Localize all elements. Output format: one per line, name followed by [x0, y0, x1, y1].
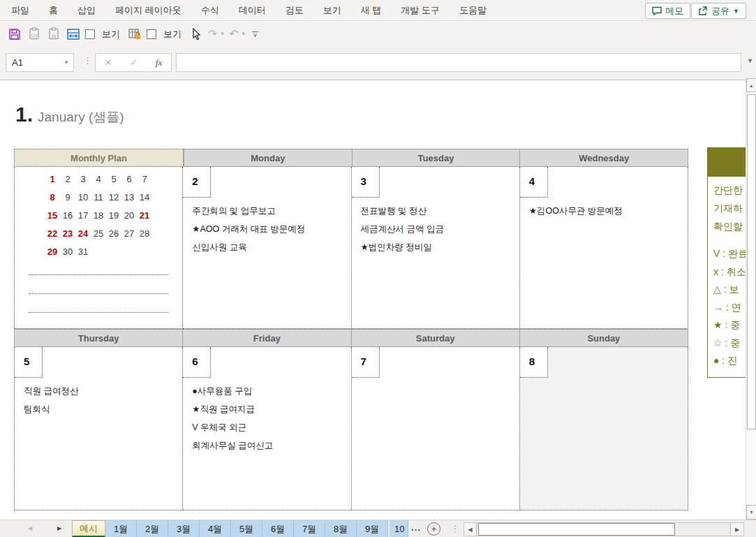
menu-item[interactable]: 도움말: [450, 0, 496, 20]
menu-item[interactable]: 보기: [313, 0, 351, 20]
menu-bar: 파일홈삽입페이지 레이아웃수식데이터검토보기새 탭개발 도구도움말 메모 공유 …: [0, 0, 756, 21]
day-cell-saturday[interactable]: 7: [352, 347, 520, 510]
sheet-nav-next-icon[interactable]: ▸: [57, 523, 61, 533]
weekday-header: Saturday: [351, 329, 520, 347]
freeze-panes-button[interactable]: [66, 27, 81, 42]
day-cell-monday[interactable]: 2 주간회의 및 업무보고★AOO 거래처 대표 방문예정신입사원 교육: [183, 167, 351, 329]
calendar-body-row-2: 5 직원 급여정산팀회식 6 ●사무용품 구입★직원 급여지급V 우체국 외근회…: [14, 347, 688, 510]
legend-item: ★ : 중: [713, 316, 746, 334]
sheet-tab-month[interactable]: 6월: [262, 520, 294, 537]
menu-item[interactable]: 파일: [1, 0, 39, 20]
note-rule-line: [29, 293, 168, 294]
menu-item[interactable]: 데이터: [229, 0, 276, 20]
mini-date: 28: [137, 224, 152, 242]
day-number: 7: [361, 355, 366, 367]
menu-item[interactable]: 검토: [276, 0, 313, 20]
scroll-down-icon[interactable]: ▼: [746, 505, 756, 520]
vertical-scrollbar-thumb[interactable]: [747, 94, 756, 429]
day-cell-sunday[interactable]: 8: [520, 347, 688, 510]
cancel-icon[interactable]: ✕: [105, 57, 112, 68]
sheet-tab-month[interactable]: 5월: [231, 520, 262, 537]
mini-date: 11: [91, 188, 106, 206]
day-number-box: 4: [520, 167, 548, 198]
formula-input[interactable]: [176, 53, 741, 72]
day-cell-wednesday[interactable]: 4 ★김OO사무관 방문예정: [520, 167, 688, 329]
menu-item[interactable]: 개발 도구: [391, 0, 450, 20]
schedule-entry: ★AOO 거래처 대표 방문예정: [192, 220, 348, 238]
more-sheets-button[interactable]: ...: [411, 522, 421, 533]
formula-bar-expand-icon[interactable]: ▼: [747, 57, 753, 64]
menu-item[interactable]: 홈: [39, 0, 68, 20]
sheet-tabs-months: 1월2월3월4월5월6월7월8월9월: [105, 520, 388, 537]
sheet-tab-month[interactable]: 8월: [325, 520, 357, 537]
sheet-tab-month[interactable]: 1월: [105, 520, 137, 537]
mini-date: 5: [106, 170, 121, 188]
name-box-dropdown-icon[interactable]: ▼: [64, 59, 69, 66]
sheet-tab-month[interactable]: 2월: [137, 520, 168, 537]
legend-item: V : 완료: [713, 245, 746, 263]
legend-header-block: [707, 147, 746, 177]
mini-date: 18: [91, 206, 106, 224]
mini-date: 7: [137, 170, 152, 188]
paste-formulas-button[interactable]: fx: [46, 27, 61, 42]
mini-date: 19: [106, 206, 121, 224]
enter-icon[interactable]: ✓: [130, 57, 138, 68]
sheet-nav-prev-icon[interactable]: ◂: [28, 523, 32, 533]
day-entries: ●사무용품 구입★직원 급여지급V 우체국 외근회계사무실 급여신고: [192, 382, 348, 455]
weekday-header: Monday: [184, 149, 353, 167]
day-cell-tuesday[interactable]: 3 전표발행 및 정산세금계산서 금액 입금★법인차량 정비일: [352, 167, 520, 329]
view-checkbox-1[interactable]: [85, 29, 95, 39]
legend-item: → : 연: [713, 299, 746, 317]
day-number: 6: [192, 355, 198, 367]
note-rule-line: [29, 312, 168, 313]
worksheet[interactable]: 1. January (샘플) Monthly Plan MondayTuesd…: [0, 80, 746, 520]
redo-button[interactable]: ↷: [208, 27, 217, 41]
monthly-plan-header: Monthly Plan: [14, 149, 184, 167]
horizontal-scrollbar[interactable]: ◀ ▶: [464, 522, 744, 536]
mini-date: 3: [75, 170, 91, 188]
scroll-up-icon[interactable]: ▲: [746, 78, 756, 92]
sheet-tab-active[interactable]: 예시: [72, 520, 105, 537]
insert-function-icon[interactable]: fx: [156, 57, 162, 68]
day-entries: 주간회의 및 업무보고★AOO 거래처 대표 방문예정신입사원 교육: [192, 202, 348, 256]
sheet-tab-month[interactable]: 3월: [168, 520, 200, 537]
sheet-tab-bar: ◂ ▸ 예시 1월2월3월4월5월6월7월8월9월 10 ... + ⋮ ◀ ▶: [0, 520, 756, 537]
mini-date: 26: [106, 224, 121, 242]
protect-sheet-button[interactable]: [127, 27, 142, 42]
undo-dropdown-icon[interactable]: ▼: [241, 31, 246, 37]
share-button[interactable]: 공유 ▼: [691, 3, 746, 19]
horizontal-scrollbar-thumb[interactable]: [478, 523, 675, 536]
mini-date: 12: [106, 188, 121, 206]
day-cell-thursday[interactable]: 5 직원 급여정산팀회식: [15, 347, 183, 510]
sheet-tab-partial[interactable]: 10: [390, 520, 408, 537]
redo-dropdown-icon[interactable]: ▼: [219, 31, 225, 37]
scroll-right-icon[interactable]: ▶: [730, 523, 743, 536]
day-cell-friday[interactable]: 6 ●사무용품 구입★직원 급여지급V 우체국 외근회계사무실 급여신고: [183, 347, 351, 510]
name-box[interactable]: A1 ▼: [6, 53, 74, 72]
sheet-tab-month[interactable]: 9월: [357, 520, 388, 537]
add-sheet-button[interactable]: +: [427, 522, 440, 536]
select-pointer-button[interactable]: [188, 27, 204, 42]
monthly-plan-cell[interactable]: 1234567891011121314151617181920212223242…: [15, 167, 183, 329]
menu-item[interactable]: 삽입: [68, 0, 105, 20]
menu-item[interactable]: 새 탭: [351, 0, 392, 20]
vertical-scrollbar[interactable]: ▲ ▼: [746, 78, 756, 520]
paste-values-button[interactable]: 123: [27, 27, 42, 42]
scroll-left-icon[interactable]: ◀: [464, 523, 477, 536]
view-checkbox-2[interactable]: [147, 29, 156, 39]
mini-date: 14: [137, 188, 152, 206]
day-entries: 전표발행 및 정산세금계산서 금액 입금★법인차량 정비일: [361, 202, 517, 256]
comments-button[interactable]: 메모: [645, 3, 690, 19]
sheet-tab-month[interactable]: 4월: [200, 520, 231, 537]
menu-item[interactable]: 수식: [191, 0, 229, 20]
day-number-box: 8: [520, 347, 548, 378]
legend-note-line: 기재하: [713, 199, 746, 217]
undo-button[interactable]: ↶: [229, 27, 238, 41]
mini-date: 9: [60, 188, 75, 206]
menu-item[interactable]: 페이지 레이아웃: [105, 0, 191, 20]
day-number-box: 3: [352, 167, 380, 198]
toolbar-overflow-button[interactable]: ∨: [251, 31, 260, 37]
save-button[interactable]: [7, 27, 22, 42]
legend-item: ☆ : 중: [713, 334, 746, 353]
sheet-tab-month[interactable]: 7월: [294, 520, 325, 537]
